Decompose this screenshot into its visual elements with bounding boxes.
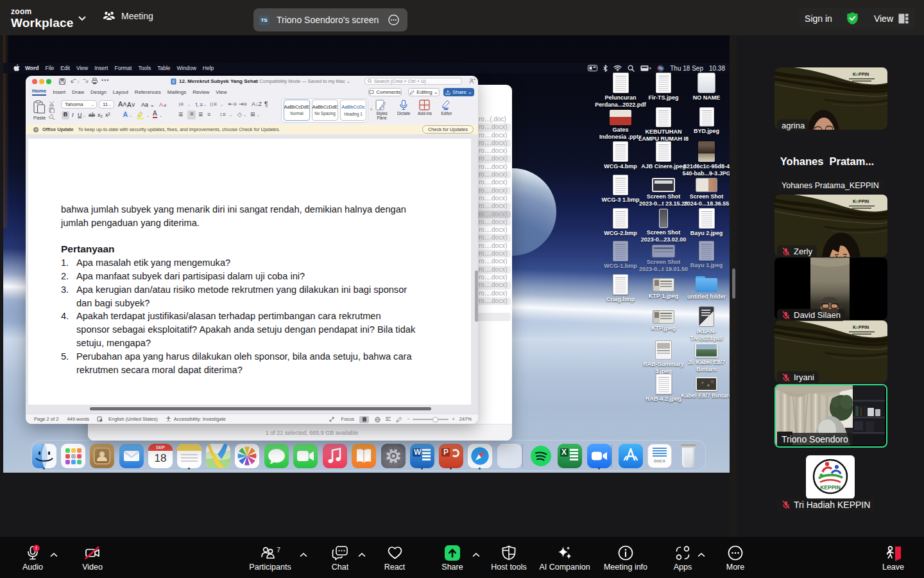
- svg-text:7: 7: [277, 546, 280, 554]
- svg-text:!: !: [35, 545, 37, 551]
- svg-text:KePPIN: KePPIN: [853, 199, 869, 204]
- svg-text:KEPPIN: KEPPIN: [820, 484, 841, 491]
- svg-text:KePPIN: KePPIN: [853, 325, 869, 329]
- svg-text:KePPIN: KePPIN: [853, 72, 869, 76]
